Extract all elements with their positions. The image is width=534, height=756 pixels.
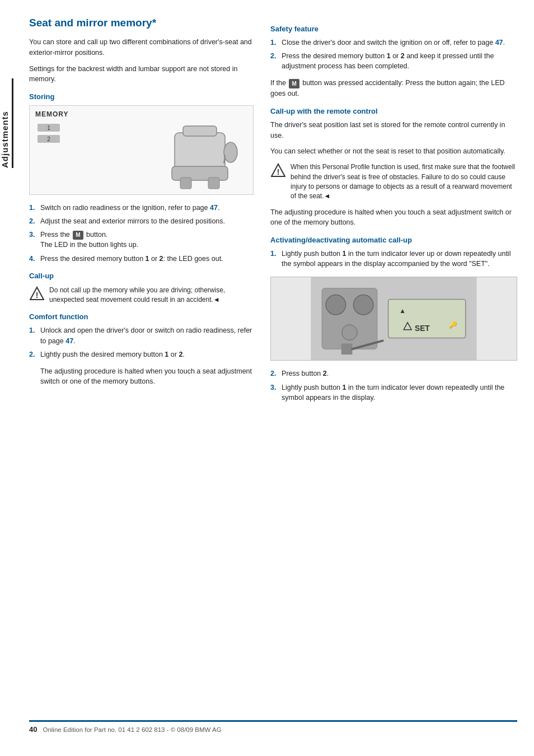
set-inner: ▲ 🔑 SET bbox=[271, 277, 517, 360]
step-num: 2. bbox=[29, 216, 37, 226]
step-num: 1. bbox=[29, 325, 37, 346]
page-link-47c: 47 bbox=[495, 39, 503, 46]
svg-point-13 bbox=[326, 295, 346, 315]
m-button-safety: M bbox=[289, 79, 299, 88]
svg-text:SET: SET bbox=[415, 324, 430, 333]
activating-step-3: 3. Lightly push button 1 in the turn ind… bbox=[270, 382, 517, 403]
callup-remote-warning-text: When this Personal Profile function is u… bbox=[291, 162, 517, 202]
comfort-steps: 1. Unlock and open the driver's door or … bbox=[29, 325, 254, 359]
step-text: Press the desired memory button 1 or 2: … bbox=[40, 254, 254, 264]
svg-point-14 bbox=[354, 295, 374, 315]
step-num: 2. bbox=[270, 368, 278, 379]
callup-remote-note: The adjusting procedure is halted when y… bbox=[270, 207, 517, 228]
safety-step-1: 1. Close the driver's door and switch th… bbox=[270, 38, 517, 48]
memory-label: MEMORY bbox=[35, 110, 69, 118]
storing-steps: 1. Switch on radio readiness or the igni… bbox=[29, 203, 254, 264]
step-text: Lightly push button 1 in the turn indica… bbox=[282, 382, 517, 403]
page-link-47a: 47 bbox=[210, 204, 218, 212]
content-area: Seat and mirror memory* You can store an… bbox=[18, 0, 534, 756]
page-link-47b: 47 bbox=[65, 337, 73, 345]
svg-text:▲: ▲ bbox=[399, 307, 406, 315]
step-num: 4. bbox=[29, 254, 37, 264]
page-number: 40 bbox=[29, 725, 37, 734]
sidebar-tab: Adjustments bbox=[0, 0, 18, 756]
svg-rect-2 bbox=[180, 178, 191, 189]
step-num: 1. bbox=[270, 38, 278, 48]
step-text: Lightly push button 1 in the turn indica… bbox=[282, 249, 517, 269]
step-text: Adjust the seat and exterior mirrors to … bbox=[40, 216, 254, 226]
callup-remote-heading: Call-up with the remote control bbox=[270, 107, 517, 115]
activating-steps-1: 1. Lightly push button 1 in the turn ind… bbox=[270, 249, 517, 269]
comfort-step-1: 1. Unlock and open the driver's door or … bbox=[29, 325, 254, 346]
set-diagram: ▲ 🔑 SET bbox=[270, 277, 517, 361]
step-text: Press button 2. bbox=[282, 368, 517, 379]
svg-text:!: ! bbox=[36, 291, 39, 300]
step-text: Press the M button.The LED in the button… bbox=[40, 230, 254, 250]
right-column: Safety feature 1. Close the driver's doo… bbox=[270, 17, 517, 703]
activating-step-1: 1. Lightly push button 1 in the turn ind… bbox=[270, 249, 517, 269]
step-text: Close the driver's door and switch the i… bbox=[282, 38, 517, 48]
svg-rect-4 bbox=[183, 126, 217, 136]
page-footer: 40 Online Edition for Part no. 01 41 2 6… bbox=[29, 720, 517, 734]
step-text: Press the desired memory button 1 or 2 a… bbox=[282, 51, 517, 71]
step-num: 2. bbox=[29, 349, 37, 360]
step-num: 1. bbox=[29, 203, 37, 213]
svg-text:!: ! bbox=[277, 167, 280, 176]
step-text: Lightly push the desired memory button 1… bbox=[40, 349, 254, 360]
callup-remote-warning-box: ! When this Personal Profile function is… bbox=[270, 162, 517, 202]
safety-note: If the M button was pressed accidentally… bbox=[270, 78, 517, 99]
step-text: Switch on radio readiness or the ignitio… bbox=[40, 203, 254, 213]
seat-illustration bbox=[141, 122, 253, 194]
step-num: 1. bbox=[270, 249, 278, 269]
step-num: 3. bbox=[29, 230, 37, 250]
memory-btn-2: 2 bbox=[38, 135, 60, 143]
intro-p2: Settings for the backrest width and lumb… bbox=[29, 64, 254, 85]
callup-heading: Call-up bbox=[29, 272, 254, 280]
intro-p1: You can store and call up two different … bbox=[29, 37, 254, 58]
warning-icon-remote: ! bbox=[270, 162, 286, 178]
storing-heading: Storing bbox=[29, 92, 254, 101]
step-num: 2. bbox=[270, 51, 278, 71]
m-button: M bbox=[73, 231, 83, 240]
warning-icon: ! bbox=[29, 286, 45, 301]
safety-step-2: 2. Press the desired memory button 1 or … bbox=[270, 51, 517, 71]
safety-heading: Safety feature bbox=[270, 25, 517, 33]
svg-rect-16 bbox=[341, 344, 353, 355]
step-num: 3. bbox=[270, 382, 278, 403]
storing-step-4: 4. Press the desired memory button 1 or … bbox=[29, 254, 254, 264]
callup-remote-p1: The driver's seat position last set is s… bbox=[270, 120, 517, 141]
footer-text: Online Edition for Part no. 01 41 2 602 … bbox=[43, 726, 221, 733]
activating-steps-2: 2. Press button 2. 3. Lightly push butto… bbox=[270, 368, 517, 402]
storing-step-3: 3. Press the M button.The LED in the but… bbox=[29, 230, 254, 250]
callup-warning-text: Do not call up the memory while you are … bbox=[49, 286, 254, 305]
svg-point-5 bbox=[224, 142, 237, 162]
sidebar-label: Adjustments bbox=[0, 78, 13, 168]
storing-step-2: 2. Adjust the seat and exterior mirrors … bbox=[29, 216, 254, 226]
activating-step-2: 2. Press button 2. bbox=[270, 368, 517, 379]
svg-point-15 bbox=[342, 325, 358, 340]
storing-step-1: 1. Switch on radio readiness or the igni… bbox=[29, 203, 254, 213]
left-column: Seat and mirror memory* You can store an… bbox=[29, 17, 254, 703]
safety-steps: 1. Close the driver's door and switch th… bbox=[270, 38, 517, 71]
comfort-step-2: 2. Lightly push the desired memory butto… bbox=[29, 349, 254, 360]
memory-btn-1: 1 bbox=[38, 124, 60, 132]
memory-diagram: MEMORY 1 2 bbox=[29, 105, 254, 195]
comfort-subtext: The adjusting procedure is halted when y… bbox=[40, 366, 254, 386]
two-col-layout: Seat and mirror memory* You can store an… bbox=[29, 17, 517, 703]
comfort-heading: Comfort function bbox=[29, 312, 254, 321]
svg-rect-3 bbox=[208, 178, 219, 189]
callup-remote-p2: You can select whether or not the seat i… bbox=[270, 146, 517, 157]
step-text: Unlock and open the driver's door or swi… bbox=[40, 325, 254, 346]
page-title: Seat and mirror memory* bbox=[29, 17, 254, 29]
svg-text:🔑: 🔑 bbox=[449, 321, 457, 329]
activating-heading: Activating/deactivating automatic call-u… bbox=[270, 236, 517, 244]
callup-warning-box: ! Do not call up the memory while you ar… bbox=[29, 286, 254, 305]
